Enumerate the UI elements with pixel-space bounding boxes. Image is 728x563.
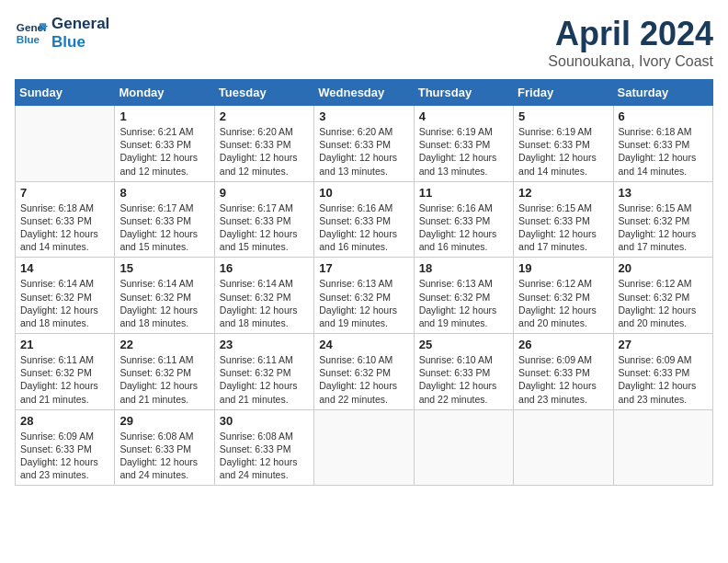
cell-info: Sunrise: 6:18 AMSunset: 6:33 PMDaylight:… <box>619 125 708 178</box>
calendar-cell: 22Sunrise: 6:11 AMSunset: 6:32 PMDayligh… <box>115 334 214 410</box>
cell-day-number: 16 <box>220 261 309 275</box>
cell-info: Sunrise: 6:14 AMSunset: 6:32 PMDaylight:… <box>220 277 309 329</box>
page-header: General Blue General Blue April 2024 Sou… <box>15 15 713 70</box>
calendar-cell: 28Sunrise: 6:09 AMSunset: 6:33 PMDayligh… <box>16 409 115 486</box>
cell-info: Sunrise: 6:09 AMSunset: 6:33 PMDaylight:… <box>619 353 708 406</box>
calendar-cell: 19Sunrise: 6:12 AMSunset: 6:32 PMDayligh… <box>514 258 613 334</box>
cell-day-number: 6 <box>619 109 708 123</box>
calendar-cell: 6Sunrise: 6:18 AMSunset: 6:33 PMDaylight… <box>613 106 712 182</box>
calendar-cell: 12Sunrise: 6:15 AMSunset: 6:33 PMDayligh… <box>514 181 613 258</box>
cell-info: Sunrise: 6:20 AMSunset: 6:33 PMDaylight:… <box>319 125 408 178</box>
calendar-cell: 21Sunrise: 6:11 AMSunset: 6:32 PMDayligh… <box>16 334 115 410</box>
cell-info: Sunrise: 6:16 AMSunset: 6:33 PMDaylight:… <box>419 201 508 254</box>
cell-day-number: 3 <box>319 109 408 123</box>
cell-info: Sunrise: 6:20 AMSunset: 6:33 PMDaylight:… <box>220 125 309 178</box>
cell-day-number: 22 <box>119 338 209 351</box>
calendar-cell: 27Sunrise: 6:09 AMSunset: 6:33 PMDayligh… <box>613 334 712 410</box>
calendar-cell: 23Sunrise: 6:11 AMSunset: 6:32 PMDayligh… <box>214 334 313 410</box>
cell-day-number: 8 <box>119 186 209 200</box>
calendar-cell: 8Sunrise: 6:17 AMSunset: 6:33 PMDaylight… <box>115 181 214 258</box>
title-area: April 2024 Sounoukana, Ivory Coast <box>548 15 713 70</box>
calendar-week-row: 21Sunrise: 6:11 AMSunset: 6:32 PMDayligh… <box>16 334 713 410</box>
cell-day-number: 13 <box>619 186 708 200</box>
cell-day-number: 21 <box>20 338 109 351</box>
cell-info: Sunrise: 6:18 AMSunset: 6:33 PMDaylight:… <box>20 201 109 254</box>
cell-day-number: 27 <box>619 338 708 351</box>
cell-day-number: 23 <box>220 338 309 351</box>
calendar-week-row: 1Sunrise: 6:21 AMSunset: 6:33 PMDaylight… <box>16 106 713 182</box>
calendar-cell: 3Sunrise: 6:20 AMSunset: 6:33 PMDaylight… <box>314 106 414 182</box>
location-subtitle: Sounoukana, Ivory Coast <box>548 53 713 70</box>
cell-day-number: 15 <box>119 261 209 275</box>
weekday-header-monday: Monday <box>115 80 214 106</box>
cell-info: Sunrise: 6:08 AMSunset: 6:33 PMDaylight:… <box>220 430 309 482</box>
weekday-header-row: SundayMondayTuesdayWednesdayThursdayFrid… <box>16 80 713 106</box>
calendar-cell: 2Sunrise: 6:20 AMSunset: 6:33 PMDaylight… <box>214 106 313 182</box>
cell-info: Sunrise: 6:11 AMSunset: 6:32 PMDaylight:… <box>119 353 209 406</box>
cell-info: Sunrise: 6:12 AMSunset: 6:32 PMDaylight:… <box>619 277 708 329</box>
cell-info: Sunrise: 6:14 AMSunset: 6:32 PMDaylight:… <box>20 277 109 329</box>
weekday-header-sunday: Sunday <box>16 80 115 106</box>
calendar-cell: 25Sunrise: 6:10 AMSunset: 6:33 PMDayligh… <box>414 334 513 410</box>
cell-day-number: 14 <box>20 261 109 275</box>
weekday-header-wednesday: Wednesday <box>314 80 414 106</box>
calendar-week-row: 7Sunrise: 6:18 AMSunset: 6:33 PMDaylight… <box>16 181 713 258</box>
logo: General Blue General Blue <box>15 15 109 52</box>
weekday-header-thursday: Thursday <box>414 80 513 106</box>
calendar-cell: 15Sunrise: 6:14 AMSunset: 6:32 PMDayligh… <box>115 258 214 334</box>
logo-blue: Blue <box>51 33 109 52</box>
calendar-cell <box>16 106 115 182</box>
weekday-header-friday: Friday <box>514 80 613 106</box>
calendar-cell <box>314 409 414 486</box>
calendar-cell: 14Sunrise: 6:14 AMSunset: 6:32 PMDayligh… <box>16 258 115 334</box>
cell-day-number: 24 <box>319 338 408 351</box>
cell-info: Sunrise: 6:17 AMSunset: 6:33 PMDaylight:… <box>119 201 209 254</box>
logo-icon: General Blue <box>15 17 48 50</box>
cell-day-number: 12 <box>518 186 608 200</box>
cell-info: Sunrise: 6:09 AMSunset: 6:33 PMDaylight:… <box>518 353 608 406</box>
cell-info: Sunrise: 6:19 AMSunset: 6:33 PMDaylight:… <box>518 125 608 178</box>
cell-day-number: 7 <box>20 186 109 200</box>
cell-info: Sunrise: 6:21 AMSunset: 6:33 PMDaylight:… <box>119 125 209 178</box>
cell-day-number: 2 <box>220 109 309 123</box>
calendar-cell: 13Sunrise: 6:15 AMSunset: 6:32 PMDayligh… <box>613 181 712 258</box>
cell-info: Sunrise: 6:13 AMSunset: 6:32 PMDaylight:… <box>319 277 408 329</box>
calendar-cell <box>514 409 613 486</box>
calendar-cell: 26Sunrise: 6:09 AMSunset: 6:33 PMDayligh… <box>514 334 613 410</box>
calendar-cell: 11Sunrise: 6:16 AMSunset: 6:33 PMDayligh… <box>414 181 513 258</box>
calendar-week-row: 28Sunrise: 6:09 AMSunset: 6:33 PMDayligh… <box>16 409 713 486</box>
cell-day-number: 18 <box>419 261 508 275</box>
svg-text:Blue: Blue <box>17 33 40 45</box>
cell-info: Sunrise: 6:11 AMSunset: 6:32 PMDaylight:… <box>220 353 309 406</box>
cell-info: Sunrise: 6:13 AMSunset: 6:32 PMDaylight:… <box>419 277 508 329</box>
calendar-cell: 9Sunrise: 6:17 AMSunset: 6:33 PMDaylight… <box>214 181 313 258</box>
logo-general: General <box>51 15 109 33</box>
cell-day-number: 20 <box>619 261 708 275</box>
cell-day-number: 11 <box>419 186 508 200</box>
calendar-cell: 30Sunrise: 6:08 AMSunset: 6:33 PMDayligh… <box>214 409 313 486</box>
cell-day-number: 30 <box>220 414 309 428</box>
cell-day-number: 1 <box>119 109 209 123</box>
calendar-table: SundayMondayTuesdayWednesdayThursdayFrid… <box>15 79 713 486</box>
weekday-header-tuesday: Tuesday <box>214 80 313 106</box>
calendar-cell: 29Sunrise: 6:08 AMSunset: 6:33 PMDayligh… <box>115 409 214 486</box>
cell-info: Sunrise: 6:10 AMSunset: 6:33 PMDaylight:… <box>419 353 508 406</box>
cell-day-number: 29 <box>119 414 209 428</box>
calendar-cell: 24Sunrise: 6:10 AMSunset: 6:32 PMDayligh… <box>314 334 414 410</box>
calendar-week-row: 14Sunrise: 6:14 AMSunset: 6:32 PMDayligh… <box>16 258 713 334</box>
cell-day-number: 5 <box>518 109 608 123</box>
cell-info: Sunrise: 6:10 AMSunset: 6:32 PMDaylight:… <box>319 353 408 406</box>
cell-day-number: 26 <box>518 338 608 351</box>
cell-info: Sunrise: 6:15 AMSunset: 6:32 PMDaylight:… <box>619 201 708 254</box>
month-title: April 2024 <box>548 15 713 53</box>
calendar-cell: 4Sunrise: 6:19 AMSunset: 6:33 PMDaylight… <box>414 106 513 182</box>
cell-info: Sunrise: 6:19 AMSunset: 6:33 PMDaylight:… <box>419 125 508 178</box>
cell-day-number: 25 <box>419 338 508 351</box>
calendar-cell: 5Sunrise: 6:19 AMSunset: 6:33 PMDaylight… <box>514 106 613 182</box>
cell-day-number: 9 <box>220 186 309 200</box>
cell-info: Sunrise: 6:11 AMSunset: 6:32 PMDaylight:… <box>20 353 109 406</box>
calendar-cell <box>613 409 712 486</box>
calendar-cell: 16Sunrise: 6:14 AMSunset: 6:32 PMDayligh… <box>214 258 313 334</box>
calendar-cell <box>414 409 513 486</box>
cell-day-number: 17 <box>319 261 408 275</box>
